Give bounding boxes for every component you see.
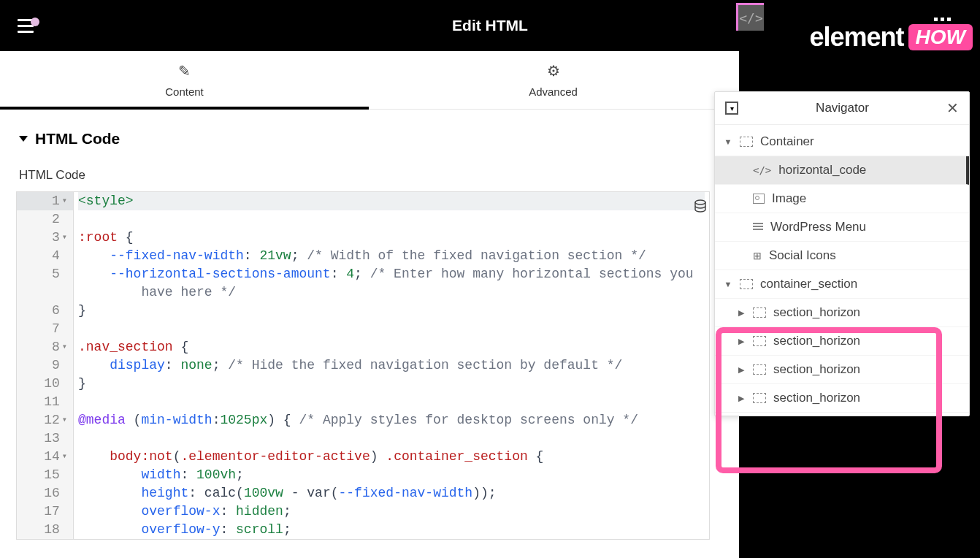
container-icon — [753, 364, 766, 375]
container-icon — [753, 336, 766, 346]
brand-logo: element HOW — [810, 22, 973, 53]
navigator-item[interactable]: </>horizontal_code — [715, 156, 969, 185]
code-text-area[interactable]: <style>:root { --fixed-nav-width: 21vw; … — [74, 192, 709, 539]
panel-title: Edit HTML — [452, 17, 528, 34]
line-number-gutter: 1▾2 3▾4 5 6 7 8▾9 10 11 12▾13 14▾15 16 1… — [17, 192, 74, 539]
logo-text-how: HOW — [908, 24, 973, 50]
expand-toggle-icon[interactable]: ▶ — [737, 394, 746, 403]
navigator-item-label: section_horizon — [773, 305, 860, 320]
expand-toggle-icon[interactable]: ▼ — [724, 280, 732, 288]
navigator-title: Navigator — [738, 101, 946, 115]
navigator-item[interactable]: ▼container_section — [715, 270, 969, 299]
expand-toggle-icon[interactable]: ▼ — [724, 137, 732, 146]
tab-content[interactable]: ✎ Content — [0, 51, 369, 109]
container-icon — [753, 307, 766, 318]
code-icon: </> — [736, 3, 764, 31]
collapse-all-button[interactable]: ▾ — [725, 102, 738, 115]
social-icon: ⊞ — [753, 250, 762, 261]
notification-dot-icon — [31, 18, 39, 26]
expand-toggle-icon[interactable]: ▶ — [737, 365, 746, 375]
navigator-item[interactable]: ⊞Social Icons — [715, 242, 969, 270]
logo-text-element: element — [810, 22, 904, 53]
hamburger-menu-button[interactable] — [0, 19, 51, 33]
tab-advanced[interactable]: ⚙ Advanced — [369, 51, 738, 109]
navigator-item-label: section_horizon — [773, 391, 860, 405]
gear-icon: ⚙ — [547, 62, 560, 80]
container-icon — [740, 279, 753, 289]
dynamic-data-icon[interactable] — [694, 199, 706, 216]
image-icon — [753, 194, 765, 204]
code-editor[interactable]: 1▾2 3▾4 5 6 7 8▾9 10 11 12▾13 14▾15 16 1… — [16, 191, 710, 540]
navigator-item[interactable]: ▶section_horizon — [715, 356, 969, 384]
navigator-item-label: section_horizon — [773, 334, 860, 348]
navigator-item-label: section_horizon — [773, 362, 860, 377]
navigator-item[interactable]: Image — [715, 185, 969, 213]
navigator-item[interactable]: ▶section_horizon — [715, 327, 969, 356]
navigator-item-label: container_section — [760, 277, 857, 291]
section-title: HTML Code — [35, 130, 120, 148]
navigator-item[interactable]: ▶section_horizon — [715, 299, 969, 327]
editor-tabs: ✎ Content ⚙ Advanced — [0, 51, 738, 110]
menu-icon — [753, 223, 763, 232]
code-icon: </> — [753, 164, 771, 176]
svg-point-0 — [695, 200, 705, 205]
pencil-icon: ✎ — [178, 62, 191, 80]
expand-toggle-icon[interactable]: ▶ — [737, 337, 746, 346]
expand-toggle-icon[interactable]: ▶ — [737, 308, 746, 318]
navigator-panel: ▾ Navigator ✕ ▼Container</>horizontal_co… — [714, 91, 970, 416]
tab-advanced-label: Advanced — [529, 85, 578, 98]
navigator-header: ▾ Navigator ✕ — [715, 92, 969, 125]
navigator-item[interactable]: ▼Container — [715, 128, 969, 156]
navigator-item[interactable]: WordPress Menu — [715, 213, 969, 242]
navigator-item-label: Social Icons — [769, 248, 836, 263]
container-icon — [740, 137, 753, 147]
navigator-item-label: Container — [760, 134, 814, 149]
navigator-item-label: WordPress Menu — [770, 220, 866, 234]
navigator-item-label: Image — [772, 191, 806, 206]
tab-content-label: Content — [165, 85, 204, 98]
navigator-item[interactable]: ▶section_horizon — [715, 384, 969, 413]
caret-down-icon — [19, 136, 28, 142]
close-navigator-button[interactable]: ✕ — [946, 99, 959, 117]
navigator-item-label: horizontal_code — [778, 163, 866, 177]
container-icon — [753, 393, 766, 403]
navigator-tree: ▼Container</>horizontal_codeImageWordPre… — [715, 125, 969, 416]
